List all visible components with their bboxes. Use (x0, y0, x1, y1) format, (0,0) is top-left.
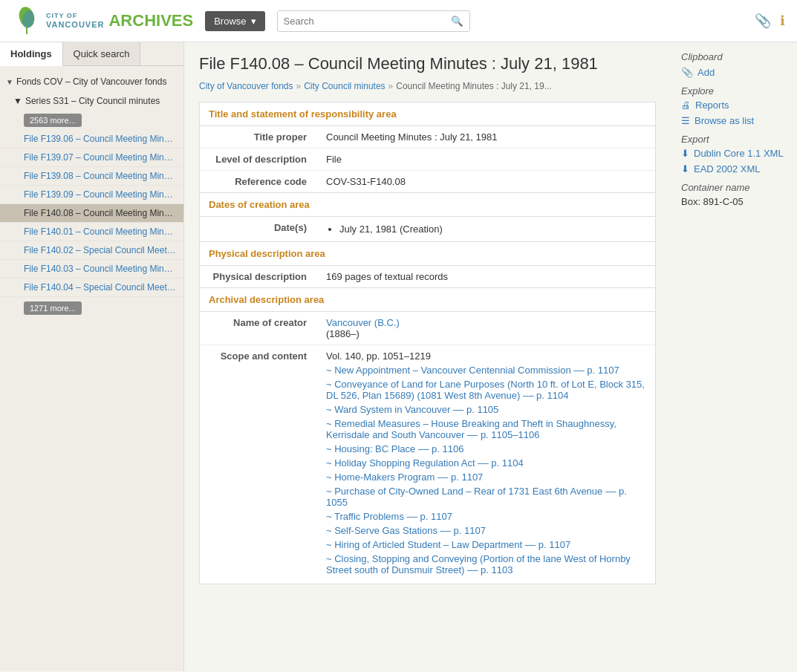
scope-line[interactable]: ~ Self-Serve Gas Stations –– p. 1107 (326, 525, 648, 536)
field-label: Reference code (200, 171, 319, 193)
search-box: 🔍 (277, 10, 470, 32)
sidebar-file-item[interactable]: File F140.08 – Council Meeting Minut... (0, 204, 183, 223)
container-name-label: Container name (681, 182, 787, 193)
breadcrumb-text: Council Meeting Minutes : July 21, 19... (396, 81, 551, 91)
scope-line[interactable]: ~ Housing: BC Place –– p. 1106 (326, 443, 648, 454)
creator-label: Name of creator (200, 312, 319, 345)
scope-line[interactable]: ~ Holiday Shopping Regulation Act –– p. … (326, 457, 648, 469)
tab-quick-search[interactable]: Quick search (63, 42, 141, 65)
table-row: Reference codeCOV-S31-F140.08 (200, 171, 655, 193)
archival-section: Archival description area Name of creato… (199, 288, 656, 584)
download-icon: ⬇ (681, 148, 689, 159)
add-label: Add (697, 67, 715, 78)
dates-section-header: Dates of creation area (200, 193, 655, 217)
sidebar-file-item[interactable]: File F139.07 – Council Meeting Minut... (0, 149, 183, 167)
clipboard-icon[interactable]: 📎 (755, 13, 771, 29)
search-icon: 🔍 (451, 16, 463, 27)
series-arrow-icon: ▼ (13, 96, 22, 106)
logo-area: CITY OF VANCOUVER ARCHIVES (12, 6, 193, 36)
scope-label: Scope and content (200, 345, 319, 584)
sidebar-file-item[interactable]: File F139.06 – Council Meeting Minut... (0, 130, 183, 149)
breadcrumb-separator: » (296, 81, 302, 91)
search-input[interactable] (278, 11, 445, 31)
content-area: File F140.08 – Council Meeting Minutes :… (184, 42, 671, 671)
sidebar: Holdings Quick search ▼ Fonds COV – City… (0, 42, 184, 671)
logo-city-label: CITY OF (46, 13, 104, 20)
dublin-core-item[interactable]: ⬇ Dublin Core 1.1 XML (681, 148, 787, 159)
scope-line[interactable]: ~ New Appointment – Vancouver Centennial… (326, 365, 648, 376)
date-item: July 21, 1981 (Creation) (339, 224, 648, 235)
dublin-core-label: Dublin Core 1.1 XML (694, 148, 784, 159)
sidebar-content: ▼ Fonds COV – City of Vancouver fonds ▼ … (0, 66, 183, 324)
sidebar-files: File F139.06 – Council Meeting Minut...F… (0, 130, 183, 297)
field-label: Physical description (200, 266, 319, 287)
scope-value: Vol. 140, pp. 1051–1219~ New Appointment… (319, 345, 655, 584)
field-value: COV-S31-F140.08 (319, 171, 655, 193)
info-icon[interactable]: ℹ (780, 13, 785, 29)
scope-line[interactable]: ~ Home-Makers Program –– p. 1107 (326, 472, 648, 483)
sidebar-file-item[interactable]: File F139.08 – Council Meeting Minut... (0, 167, 183, 186)
more-bottom-button[interactable]: 1271 more... (24, 301, 82, 315)
printer-icon: 🖨 (681, 100, 691, 111)
logo-vancouver-label: VANCOUVER (46, 20, 104, 29)
table-row: Date(s) July 21, 1981 (Creation) (200, 217, 655, 241)
browse-list-item[interactable]: ☰ Browse as list (681, 115, 787, 126)
fonds-label: Fonds COV – City of Vancouver fonds (16, 76, 167, 87)
chevron-down-icon: ▾ (251, 16, 256, 27)
add-icon: 📎 (681, 67, 693, 78)
table-row: Name of creator Vancouver (B.C.) (1886–) (200, 312, 655, 345)
scope-line[interactable]: ~ Closing, Stopping and Conveying (Porti… (326, 553, 648, 575)
add-item[interactable]: 📎 Add (681, 67, 787, 78)
more-top-button[interactable]: 2563 more... (24, 114, 82, 127)
sidebar-file-item[interactable]: File F140.02 – Special Council Meetin... (0, 241, 183, 260)
sidebar-file-item[interactable]: File F139.09 – Council Meeting Minut... (0, 186, 183, 204)
title-section-header: Title and statement of responsibility ar… (200, 102, 655, 126)
physical-section: Physical description area Physical descr… (199, 242, 656, 288)
ead-item[interactable]: ⬇ EAD 2002 XML (681, 163, 787, 174)
scope-line[interactable]: ~ Traffic Problems –– p. 1107 (326, 511, 648, 522)
scope-line[interactable]: ~ Hiring of Articled Student – Law Depar… (326, 539, 648, 550)
browse-button[interactable]: Browse ▾ (205, 11, 264, 31)
search-button[interactable]: 🔍 (445, 11, 469, 31)
clipboard-section-title: Clipboard (681, 51, 787, 62)
field-value: File (319, 149, 655, 171)
table-row: Physical description169 pages of textual… (200, 266, 655, 287)
archival-table: Name of creator Vancouver (B.C.) (1886–)… (200, 312, 655, 584)
sidebar-file-item[interactable]: File F140.04 – Special Council Meetin... (0, 278, 183, 297)
logo-icon (12, 6, 42, 36)
reports-item[interactable]: 🖨 Reports (681, 100, 787, 111)
scope-line: Vol. 140, pp. 1051–1219 (326, 350, 648, 362)
browse-label: Browse (214, 16, 246, 27)
list-icon: ☰ (681, 115, 690, 126)
dates-value: July 21, 1981 (Creation) (319, 217, 655, 241)
dates-table: Date(s) July 21, 1981 (Creation) (200, 217, 655, 241)
main-layout: Holdings Quick search ▼ Fonds COV – City… (0, 42, 797, 671)
breadcrumb-link[interactable]: City Council minutes (304, 81, 385, 91)
breadcrumb-link[interactable]: City of Vancouver fonds (199, 81, 293, 91)
physical-section-header: Physical description area (200, 242, 655, 266)
scope-line[interactable]: ~ Purchase of City-Owned Land – Rear of … (326, 486, 648, 508)
sidebar-tabs: Holdings Quick search (0, 42, 183, 66)
table-row: Level of descriptionFile (200, 149, 655, 171)
reports-label: Reports (695, 100, 729, 111)
sidebar-file-item[interactable]: File F140.03 – Council Meeting Minut... (0, 260, 183, 278)
physical-table: Physical description169 pages of textual… (200, 266, 655, 287)
dates-label: Date(s) (200, 217, 319, 241)
container-value: Box: 891-C-05 (681, 196, 787, 207)
sidebar-file-item[interactable]: File F140.01 – Council Meeting Minut... (0, 223, 183, 241)
export-label: Export (681, 134, 787, 145)
series-label: Series S31 – City Council minutes (25, 96, 160, 106)
tab-holdings[interactable]: Holdings (0, 42, 63, 66)
scope-line[interactable]: ~ Remedial Measures – House Breaking and… (326, 418, 648, 440)
field-label: Title proper (200, 126, 319, 149)
scope-line[interactable]: ~ Conveyance of Land for Lane Purposes (… (326, 379, 648, 401)
creator-name-link[interactable]: Vancouver (B.C.) (326, 317, 400, 328)
creator-dates: (1886–) (326, 328, 360, 339)
header-icons: 📎 ℹ (755, 13, 785, 29)
scope-line[interactable]: ~ Ward System in Vancouver –– p. 1105 (326, 404, 648, 415)
page-title: File F140.08 – Council Meeting Minutes :… (199, 54, 656, 74)
logo-archives-label: ARCHIVES (108, 11, 193, 30)
archival-section-header: Archival description area (200, 288, 655, 312)
breadcrumb-separator: » (388, 81, 394, 91)
ead-label: EAD 2002 XML (694, 163, 761, 174)
